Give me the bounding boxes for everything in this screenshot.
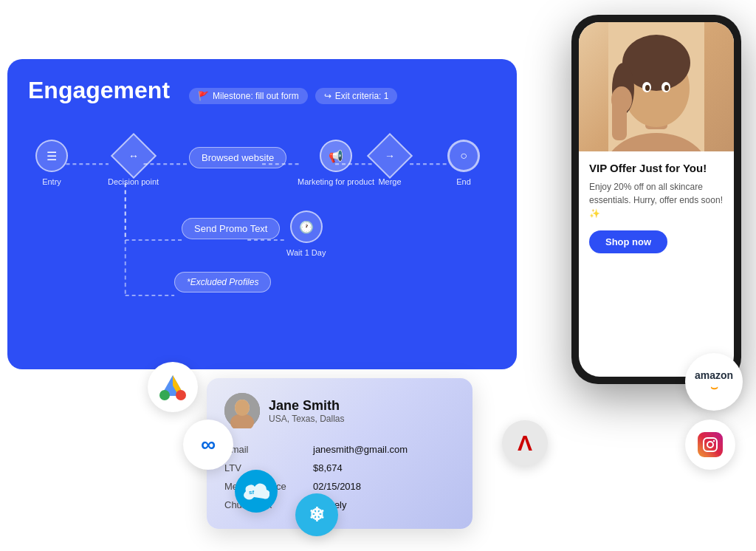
exit-badge: ↪ Exit criteria: 1 — [315, 88, 398, 104]
entry-icon: ☰ — [35, 140, 68, 172]
phone-screen: VIP Offer Just for You! Enjoy 20% off on… — [579, 22, 734, 377]
arrowhead-logo: Λ — [502, 420, 548, 466]
exit-icon: ↪ — [324, 91, 331, 101]
meta-logo: ∞ — [183, 420, 233, 470]
wait-icon: 🕐 — [290, 211, 323, 243]
svg-point-19 — [664, 85, 669, 91]
engagement-title: Engagement — [28, 77, 170, 104]
browsed-pill: Browsed website — [189, 147, 286, 168]
svg-text:sf: sf — [249, 489, 254, 496]
profile-avatar — [224, 393, 260, 428]
svg-point-25 — [235, 400, 250, 416]
svg-point-32 — [707, 442, 713, 448]
wait-node: 🕐 Wait 1 Day — [286, 211, 326, 258]
flag-icon: 🚩 — [198, 91, 209, 101]
snowflake-logo: ❄ — [295, 493, 338, 536]
excluded-pill: *Excluded Profiles — [174, 272, 271, 292]
vip-desc: Enjoy 20% off on all skincare essentials… — [589, 180, 724, 220]
entry-node: ☰ Entry — [35, 140, 68, 187]
google-ads-logo — [148, 362, 198, 412]
flow-diagram: ☰ Entry ↔ Decision point Browsed website… — [28, 129, 496, 351]
merge-node: → Merge — [374, 140, 406, 187]
svg-point-18 — [645, 85, 650, 91]
marketing-icon: 📢 — [320, 140, 352, 172]
salesforce-logo: sf — [235, 470, 278, 513]
instagram-icon — [698, 432, 723, 457]
phone-mockup: VIP Offer Just for You! Enjoy 20% off on… — [571, 15, 741, 384]
instagram-logo — [685, 420, 735, 470]
svg-point-33 — [713, 440, 715, 442]
marketing-node: 📢 Marketing for product — [298, 140, 374, 187]
table-row: Email janesmith@gmail.com — [224, 440, 455, 459]
profile-name: Jane Smith — [269, 398, 345, 414]
svg-point-28 — [159, 390, 170, 400]
svg-point-29 — [176, 390, 186, 400]
svg-rect-21 — [612, 96, 627, 140]
milestone-badge: 🚩 Milestone: fill out form — [189, 88, 308, 104]
profile-location: USA, Texas, Dallas — [269, 414, 345, 424]
shop-now-button[interactable]: Shop now — [589, 230, 667, 253]
send-promo-pill: Send Promo Text — [182, 218, 280, 239]
end-node: ○ End — [447, 140, 480, 187]
decision-icon: ↔ — [110, 133, 156, 179]
profile-header: Jane Smith USA, Texas, Dallas — [224, 393, 455, 428]
profile-info: Jane Smith USA, Texas, Dallas — [269, 398, 345, 424]
vip-title: VIP Offer Just for You! — [589, 162, 724, 174]
engagement-card: Engagement 🚩 Milestone: fill out form ↪ … — [7, 59, 517, 369]
phone-content: VIP Offer Just for You! Enjoy 20% off on… — [579, 151, 734, 377]
engagement-badges: 🚩 Milestone: fill out form ↪ Exit criter… — [189, 88, 397, 104]
decision-node: ↔ Decision point — [108, 140, 159, 187]
merge-icon: → — [367, 133, 413, 179]
amazon-logo: amazon ⌣ — [685, 353, 743, 411]
svg-rect-31 — [704, 438, 717, 451]
phone-image — [579, 22, 734, 151]
end-icon: ○ — [447, 140, 480, 172]
